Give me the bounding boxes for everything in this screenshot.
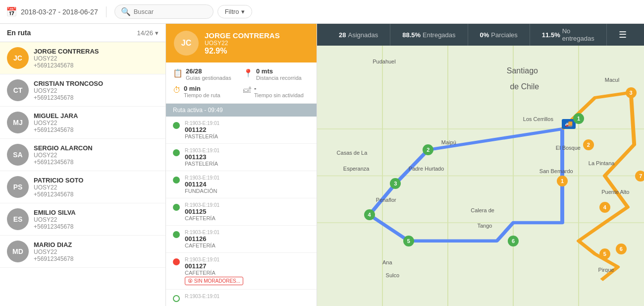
guides-icon: 📋 bbox=[173, 68, 183, 78]
calendar-icon: 📅 bbox=[6, 6, 17, 17]
route-ref: R:1903-E:19:01 bbox=[185, 257, 310, 262]
map-pin-orange[interactable]: 4 bbox=[599, 202, 610, 213]
driver-code: UOSY22 bbox=[34, 184, 159, 191]
map-background: PudahuelSantiagode ChileLos CerrillosMai… bbox=[317, 46, 644, 306]
date-range-text: 2018-03-27 - 2018-06-27 bbox=[21, 8, 98, 16]
top-bar: 📅 2018-03-27 - 2018-06-27 🔍 Filtro ▾ bbox=[0, 0, 644, 24]
route-ref: R:1903-E:19:01 bbox=[185, 294, 310, 299]
sidebar-title: En ruta bbox=[7, 29, 31, 37]
driver-info: CRISTIAN TRONCOSO UOSY22 +56912345678 bbox=[34, 80, 159, 101]
filter-label: Filtro bbox=[225, 8, 239, 15]
route-list-item[interactable]: R:1903-E:19:01 001123 PASTELERÍA bbox=[166, 144, 317, 171]
not-delivered-pct: 11.5% bbox=[542, 31, 560, 39]
route-id: 001122 bbox=[185, 126, 310, 133]
search-input[interactable] bbox=[134, 8, 203, 15]
map-pin-green[interactable]: 2 bbox=[423, 144, 433, 155]
stat-assigned: 28 Asignadas bbox=[327, 24, 390, 46]
partial-pct: 0% bbox=[480, 31, 489, 39]
guides-value: 26/28 bbox=[186, 67, 231, 75]
search-section: 🔍 Filtro ▾ bbox=[107, 4, 638, 19]
hamburger-icon[interactable]: ☰ bbox=[619, 29, 627, 40]
right-content: 28 Asignadas 88.5% Entregadas 0% Parcial… bbox=[317, 24, 644, 306]
route-list-item[interactable]: R:1903-E:19:01 001127 CAFETERÍA ⦿ SIN MO… bbox=[166, 253, 317, 290]
assigned-count: 28 bbox=[339, 31, 346, 39]
map-pin-green[interactable]: 3 bbox=[390, 178, 401, 189]
driver-list-item[interactable]: CT CRISTIAN TRONCOSO UOSY22 +56912345678 bbox=[0, 74, 165, 107]
map-area: PudahuelSantiagode ChileLos CerrillosMai… bbox=[317, 46, 644, 306]
driver-list-item[interactable]: ES EMILIO SILVA UOSY22 +56912345678 bbox=[0, 203, 165, 236]
driver-list-item[interactable]: PS PATRICIO SOTO UOSY22 +56912345678 bbox=[0, 171, 165, 203]
route-list-item[interactable]: R:1903-E:19:01 001125 CAFETERÍA bbox=[166, 198, 317, 226]
stat-time: ⏱ 0 min Tiempo de ruta bbox=[173, 85, 239, 98]
idle-label: Tiempo sin actividad bbox=[254, 92, 304, 98]
time-value: 0 min bbox=[184, 85, 220, 92]
map-pin-orange[interactable]: 1 bbox=[557, 176, 568, 186]
avatar: PS bbox=[7, 176, 29, 198]
driver-info: MIGUEL JARA UOSY22 +56912345678 bbox=[34, 112, 159, 133]
map-pin-green[interactable]: 5 bbox=[403, 236, 414, 246]
driver-name: JORGE CONTRERAS bbox=[34, 48, 159, 55]
route-ref: R:1903-E:19:01 bbox=[185, 175, 310, 181]
map-pin-orange[interactable]: 2 bbox=[583, 139, 594, 150]
driver-code: UOSY22 bbox=[34, 87, 159, 94]
stat-distance: 📍 0 mts Distancia recorrida bbox=[243, 67, 310, 81]
driver-phone: +56912345678 bbox=[34, 126, 159, 133]
distance-icon: 📍 bbox=[243, 68, 253, 78]
driver-phone: +56912345678 bbox=[34, 255, 159, 262]
driver-info: JORGE CONTRERAS UOSY22 +56912345678 bbox=[34, 48, 159, 69]
route-ref: R:1903-E:19:01 bbox=[185, 148, 310, 153]
stat-guides: 📋 26/28 Guías gestionadas bbox=[173, 67, 239, 81]
route-ref: R:1903-E:19:01 bbox=[185, 230, 310, 235]
driver-code: UOSY22 bbox=[34, 120, 159, 126]
distance-value: 0 mts bbox=[256, 67, 302, 75]
search-icon: 🔍 bbox=[121, 7, 131, 16]
chevron-down-icon: ▾ bbox=[241, 8, 245, 15]
driver-name: EMILIO SILVA bbox=[34, 209, 159, 216]
driver-list-item[interactable]: SA SERGIO ALARCON UOSY22 +56912345678 bbox=[0, 139, 165, 171]
route-type: CAFETERÍA bbox=[185, 243, 310, 248]
avatar: MD bbox=[7, 241, 29, 262]
sidebar-header: En ruta 14/26 ▾ bbox=[0, 24, 165, 42]
map-pin-orange[interactable]: 6 bbox=[616, 244, 627, 254]
guides-label: Guías gestionadas bbox=[186, 75, 231, 81]
route-id: 001125 bbox=[185, 208, 310, 215]
map-pin-green[interactable]: 6 bbox=[508, 236, 519, 246]
driver-info: PATRICIO SOTO UOSY22 +56912345678 bbox=[34, 177, 159, 198]
map-pin-orange[interactable]: 5 bbox=[599, 248, 610, 259]
map-pin-orange[interactable]: 7 bbox=[635, 171, 644, 182]
route-list-item[interactable]: R:1903-E:19:01 001122 PASTELERÍA bbox=[166, 117, 317, 144]
route-type: CAFETERÍA bbox=[185, 215, 310, 221]
driver-list-item[interactable]: JC JORGE CONTRERAS UOSY22 +56912345678 bbox=[0, 42, 165, 74]
stat-partial: 0% Parciales bbox=[468, 24, 530, 46]
route-type: CAFETERÍA bbox=[185, 270, 310, 276]
route-list-item[interactable]: R:1903-E:19:01 bbox=[166, 290, 317, 306]
driver-header: JC JORGE CONTRERAS UOSY22 92.9% bbox=[166, 24, 317, 62]
map-pin-green[interactable]: 4 bbox=[364, 209, 375, 220]
search-box[interactable]: 🔍 bbox=[114, 4, 214, 19]
route-status-dot bbox=[173, 295, 180, 302]
map-pin-route-1[interactable]: 1 bbox=[573, 113, 584, 124]
driver-phone: +56912345678 bbox=[34, 159, 159, 166]
route-list: R:1903-E:19:01 001122 PASTELERÍA R:1903-… bbox=[166, 117, 317, 306]
avatar: CT bbox=[7, 79, 29, 101]
route-status-dot bbox=[173, 122, 180, 129]
driver-name: CRISTIAN TRONCOSO bbox=[34, 80, 159, 87]
driver-code: UOSY22 bbox=[34, 152, 159, 159]
route-ref: R:1903-E:19:01 bbox=[185, 121, 310, 126]
driver-phone: +56912345678 bbox=[34, 191, 159, 198]
route-id: 001124 bbox=[185, 181, 310, 188]
driver-list-item[interactable]: MJ MIGUEL JARA UOSY22 +56912345678 bbox=[0, 107, 165, 139]
route-list-item[interactable]: R:1903-E:19:01 001126 CAFETERÍA bbox=[166, 226, 317, 253]
route-info: R:1903-E:19:01 001125 CAFETERÍA bbox=[185, 202, 310, 221]
filter-button[interactable]: Filtro ▾ bbox=[217, 5, 252, 18]
driver-detail-name: JORGE CONTRERAS bbox=[205, 31, 280, 40]
route-type: PASTELERÍA bbox=[185, 133, 310, 139]
driver-info: EMILIO SILVA UOSY22 +56912345678 bbox=[34, 209, 159, 230]
map-pin-orange[interactable]: 3 bbox=[626, 87, 637, 98]
driver-info: MARIO DIAZ UOSY22 +56912345678 bbox=[34, 241, 159, 262]
assigned-label: Asignadas bbox=[348, 31, 378, 39]
driver-list-item[interactable]: MD MARIO DIAZ UOSY22 +56912345678 bbox=[0, 236, 165, 268]
left-sidebar: En ruta 14/26 ▾ JC JORGE CONTRERAS UOSY2… bbox=[0, 24, 166, 306]
menu-section[interactable]: ☰ bbox=[607, 24, 639, 46]
route-list-item[interactable]: R:1903-E:19:01 001124 FUNDACIÓN bbox=[166, 171, 317, 198]
